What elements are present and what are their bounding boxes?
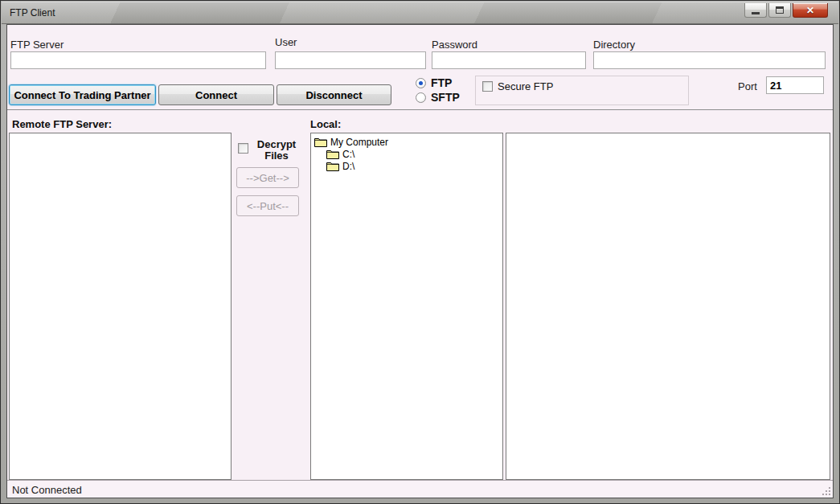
decrypt-files-checkbox[interactable] — [238, 143, 248, 154]
window-controls: ✕ — [744, 3, 828, 18]
tree-item-label: My Computer — [330, 137, 388, 148]
directory-label: Directory — [593, 39, 635, 51]
directory-input[interactable] — [593, 51, 826, 69]
status-bar: Not Connected — [7, 480, 833, 498]
connection-panel: FTP Server User Password Directory Conne… — [7, 25, 833, 110]
ftp-radio[interactable] — [416, 78, 426, 88]
close-icon: ✕ — [806, 6, 814, 15]
secure-ftp-groupbox: Secure FTP — [475, 76, 689, 105]
local-label: Local: — [310, 118, 341, 130]
status-text: Not Connected — [12, 484, 82, 496]
secure-ftp-checkbox[interactable] — [482, 81, 493, 92]
resize-grip-icon[interactable] — [822, 486, 830, 495]
remote-ftp-server-label: Remote FTP Server: — [12, 118, 112, 130]
tree-item-my-computer[interactable]: My Computer — [311, 136, 502, 148]
ftp-radio-label[interactable]: FTP — [431, 76, 452, 89]
local-tree-panel[interactable]: My Computer C:\ D:\ — [310, 133, 503, 480]
sftp-radio-label[interactable]: SFTP — [431, 91, 460, 104]
user-label: User — [275, 36, 297, 48]
ftp-client-window: FTP Client ✕ FTP Server User Password Di… — [0, 0, 840, 504]
user-input[interactable] — [275, 51, 426, 69]
port-label: Port — [738, 80, 757, 92]
minimize-button[interactable] — [744, 3, 767, 18]
local-tree: My Computer C:\ D:\ — [311, 133, 502, 172]
folder-icon — [326, 161, 339, 171]
folder-icon — [314, 137, 327, 147]
ftp-server-input[interactable] — [10, 51, 266, 69]
window-title: FTP Client — [10, 7, 55, 18]
remote-file-list[interactable] — [9, 133, 232, 480]
close-button[interactable]: ✕ — [793, 3, 828, 18]
secure-ftp-label[interactable]: Secure FTP — [498, 80, 553, 92]
connect-button[interactable]: Connect — [158, 84, 274, 105]
minimize-icon — [752, 12, 760, 14]
tree-item-d-drive[interactable]: D:\ — [311, 160, 502, 172]
maximize-button[interactable] — [768, 3, 791, 18]
tree-item-label: C:\ — [342, 149, 354, 160]
titlebar[interactable]: FTP Client ✕ — [2, 2, 838, 24]
ftp-server-label: FTP Server — [10, 39, 64, 51]
password-label: Password — [432, 39, 477, 51]
maximize-icon — [776, 6, 784, 14]
radio-selected-dot — [419, 81, 423, 85]
decrypt-files-label[interactable]: Decrypt Files — [251, 139, 302, 162]
tree-item-label: D:\ — [342, 161, 354, 172]
password-input[interactable] — [432, 51, 586, 69]
put-button[interactable]: <--Put<-- — [236, 195, 299, 216]
folder-icon — [326, 149, 339, 159]
client-area: FTP Server User Password Directory Conne… — [6, 24, 834, 498]
local-file-list[interactable] — [506, 133, 830, 480]
disconnect-button[interactable]: Disconnect — [277, 84, 391, 105]
tree-item-c-drive[interactable]: C:\ — [311, 148, 502, 160]
port-input[interactable] — [766, 76, 824, 94]
get-button[interactable]: -->Get--> — [236, 167, 299, 188]
connect-trading-partner-button[interactable]: Connect To Trading Partner — [9, 84, 156, 105]
sftp-radio[interactable] — [416, 92, 426, 103]
